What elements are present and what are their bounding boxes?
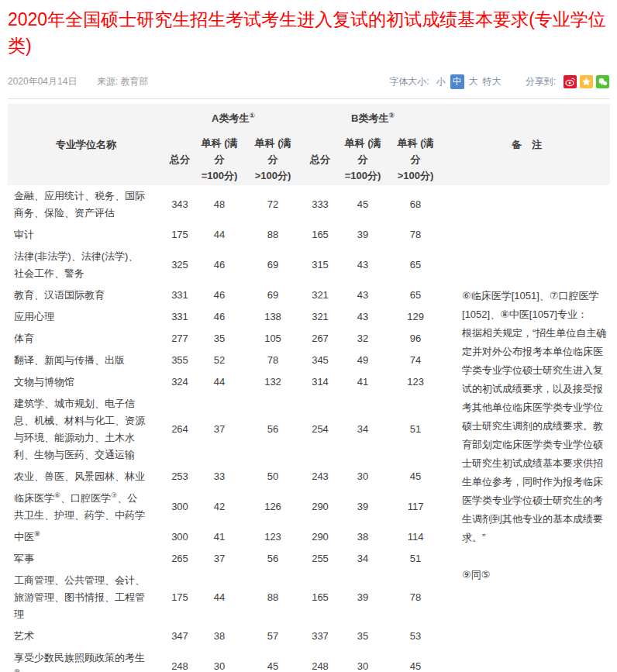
score-cell: 331	[164, 284, 195, 306]
score-cell: 46	[195, 306, 243, 328]
score-cell: 51	[388, 548, 443, 570]
header-single-gt100-b: 单科 (满 分 >100分)	[388, 133, 443, 185]
score-cell: 96	[388, 328, 443, 350]
score-cell: 290	[302, 526, 338, 548]
score-cell: 78	[243, 350, 302, 371]
score-cell: 45	[243, 647, 302, 672]
score-cell: 165	[302, 570, 338, 625]
table-row: 金融、应用统计、税务、国际商务、保险、资产评估34348723334568⑥临床…	[8, 185, 610, 224]
score-cell: 105	[243, 328, 302, 350]
degree-name-cell: 享受少数民族照顾政策的考生⑨	[8, 647, 164, 672]
source-label: 来源: 教育部	[97, 76, 149, 87]
score-cell: 30	[338, 647, 388, 672]
score-cell: 33	[195, 466, 243, 488]
score-cell: 56	[243, 548, 302, 570]
score-cell: 65	[388, 246, 443, 284]
score-cell: 41	[338, 371, 388, 393]
degree-name-cell: 翻译、新闻与传播、出版	[8, 350, 164, 371]
score-cell: 42	[195, 488, 243, 526]
score-cell: 123	[388, 371, 443, 393]
score-cell: 44	[195, 371, 243, 393]
table-body: 金融、应用统计、税务、国际商务、保险、资产评估34348723334568⑥临床…	[8, 185, 610, 672]
header-remark: 备 注	[443, 104, 610, 185]
score-cell: 74	[388, 350, 443, 371]
degree-name-cell: 审计	[8, 224, 164, 246]
degree-name-cell: 教育、汉语国际教育	[8, 284, 164, 306]
score-cell: 30	[195, 647, 243, 672]
score-cell: 43	[338, 306, 388, 328]
score-cell: 165	[302, 224, 338, 246]
score-cell: 315	[302, 246, 338, 284]
score-cell: 333	[302, 185, 338, 224]
score-cell: 265	[164, 548, 195, 570]
score-cell: 175	[164, 224, 195, 246]
font-size-label: 字体大小:	[389, 75, 429, 88]
score-cell: 39	[338, 224, 388, 246]
font-size-xlarge[interactable]: 特大	[483, 75, 502, 88]
header-single-eq100-a: 单科 (满 分 =100分)	[195, 133, 243, 185]
score-cell: 57	[243, 625, 302, 647]
font-size-medium[interactable]: 中	[450, 74, 464, 89]
degree-name-cell: 临床医学⑥、口腔医学⑦、公共卫生、护理、药学、中药学	[8, 488, 164, 526]
score-cell: 37	[195, 393, 243, 466]
score-cell: 248	[164, 647, 195, 672]
table-header: 专业学位名称 A类考生① B类考生② 备 注 总分 单科 (满 分 =100分)…	[8, 104, 610, 185]
score-cell: 129	[388, 306, 443, 328]
score-cell: 355	[164, 350, 195, 371]
score-cell: 69	[243, 246, 302, 284]
meta-bar: 2020年04月14日 来源: 教育部 字体大小: 小 中 大 特大 分享到:	[8, 71, 609, 99]
font-size-small[interactable]: 小	[436, 75, 446, 88]
score-cell: 324	[164, 371, 195, 393]
score-cell: 325	[164, 246, 195, 284]
degree-name-cell: 建筑学、城市规划、电子信息、机械、材料与化工、资源与环境、能源动力、土木水利、生…	[8, 393, 164, 466]
score-cell: 243	[302, 466, 338, 488]
score-cell: 132	[243, 371, 302, 393]
score-cell: 56	[243, 393, 302, 466]
score-cell: 34	[338, 548, 388, 570]
score-cell: 254	[302, 393, 338, 466]
score-cell: 44	[195, 570, 243, 625]
score-cell: 88	[243, 570, 302, 625]
font-size-large[interactable]: 大	[469, 75, 478, 88]
score-cell: 51	[388, 393, 443, 466]
score-cell: 123	[243, 526, 302, 548]
score-cell: 264	[164, 393, 195, 466]
score-cell: 38	[195, 625, 243, 647]
degree-name-cell: 文物与博物馆	[8, 371, 164, 393]
score-cell: 45	[388, 647, 443, 672]
score-cell: 43	[338, 246, 388, 284]
header-single-gt100-a: 单科 (满 分 >100分)	[243, 133, 302, 185]
score-cell: 345	[302, 350, 338, 371]
score-cell: 35	[338, 625, 388, 647]
weibo-icon[interactable]	[564, 75, 577, 88]
score-requirements-table: 专业学位名称 A类考生① B类考生② 备 注 总分 单科 (满 分 =100分)…	[8, 104, 610, 672]
score-cell: 69	[243, 284, 302, 306]
score-cell: 117	[388, 488, 443, 526]
score-cell: 44	[195, 224, 243, 246]
score-cell: 343	[164, 185, 195, 224]
score-cell: 300	[164, 526, 195, 548]
score-cell: 43	[338, 284, 388, 306]
score-cell: 32	[338, 328, 388, 350]
score-cell: 53	[388, 625, 443, 647]
degree-name-cell: 法律(非法学)、法律(法学)、社会工作、警务	[8, 246, 164, 284]
meta-left: 2020年04月14日 来源: 教育部	[8, 75, 148, 88]
wechat-icon[interactable]	[596, 75, 609, 88]
score-cell: 68	[388, 185, 443, 224]
score-cell: 34	[338, 393, 388, 466]
degree-name-cell: 中医⑧	[8, 526, 164, 548]
score-cell: 35	[195, 328, 243, 350]
meta-right: 字体大小: 小 中 大 特大 分享到:	[389, 74, 609, 89]
score-cell: 248	[302, 647, 338, 672]
degree-name-cell: 艺术	[8, 625, 164, 647]
qzone-icon[interactable]	[580, 75, 593, 88]
score-cell: 78	[388, 570, 443, 625]
score-cell: 50	[243, 466, 302, 488]
score-cell: 255	[302, 548, 338, 570]
score-cell: 37	[195, 548, 243, 570]
score-cell: 49	[338, 350, 388, 371]
score-cell: 38	[338, 526, 388, 548]
score-cell: 65	[388, 284, 443, 306]
score-cell: 48	[195, 185, 243, 224]
header-total-a: 总分	[164, 133, 195, 185]
